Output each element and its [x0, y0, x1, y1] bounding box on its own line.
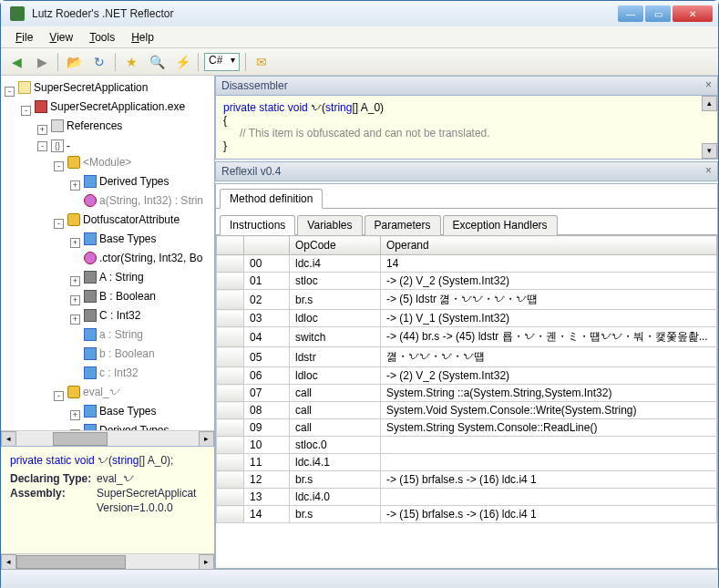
cell-index[interactable]: 08	[244, 402, 290, 419]
mail-button[interactable]: ✉	[252, 52, 272, 72]
cell-index[interactable]: 12	[244, 471, 290, 489]
close-button[interactable]: ✕	[673, 5, 713, 22]
cell-opcode[interactable]: switch	[290, 327, 381, 347]
cell-index[interactable]: 07	[244, 385, 290, 402]
cell-opcode[interactable]: ldc.i4.0	[290, 489, 381, 506]
cell-index[interactable]: 03	[244, 310, 290, 327]
cell-opcode[interactable]: stloc.0	[290, 437, 381, 454]
search-button[interactable]: 🔍	[147, 52, 167, 72]
table-row[interactable]: 07callSystem.String ::a(System.String,Sy…	[217, 385, 717, 402]
row-header-cell[interactable]	[217, 437, 244, 454]
cell-opcode[interactable]: ldc.i4.1	[290, 454, 381, 471]
lightning-button[interactable]: ⚡	[172, 52, 192, 72]
instruction-grid[interactable]: OpCode Operand 00ldc.i41401stloc-> (2) V…	[216, 235, 717, 568]
table-row[interactable]: 13ldc.i4.0	[217, 489, 717, 506]
tree-field-b[interactable]: b : Boolean	[82, 346, 157, 362]
cell-index[interactable]: 09	[244, 419, 290, 437]
tree-prop-b[interactable]: B : Boolean	[82, 288, 158, 304]
cell-index[interactable]: 02	[244, 290, 290, 310]
scroll-thumb[interactable]	[53, 432, 108, 446]
cell-operand[interactable]: -> (5) ldstr 껾・ᜀᜀ・ᜀ・ᜀ떕	[381, 290, 717, 310]
titlebar[interactable]: Lutz Roeder's .NET Reflector — ▭ ✕	[1, 1, 718, 26]
tab-variables[interactable]: Variables	[297, 215, 362, 235]
forward-button[interactable]: ▶	[32, 52, 52, 72]
cell-operand[interactable]	[381, 489, 717, 506]
cell-opcode[interactable]: br.s	[290, 506, 381, 523]
table-row[interactable]: 09callSystem.String System.Console::Read…	[217, 419, 717, 437]
cell-opcode[interactable]: call	[290, 402, 381, 419]
tree-derived-types[interactable]: Derived Types	[82, 173, 170, 190]
cell-operand[interactable]: -> (44) br.s -> (45) ldstr 룝・ᜀ・궨・ミ・떕ᜀᜀ・붜…	[381, 327, 717, 347]
tree-derived-types-2[interactable]: Derived Types	[82, 422, 170, 430]
tree-field-a[interactable]: a : String	[82, 326, 145, 343]
row-header-cell[interactable]	[217, 489, 244, 506]
tab-exception-handlers[interactable]: Exception Handlers	[443, 215, 558, 235]
cell-opcode[interactable]: ldstr	[290, 347, 381, 367]
table-row[interactable]: 12br.s-> (15) brfalse.s -> (16) ldc.i4 1	[217, 471, 717, 489]
tree-dotfuscator[interactable]: DotfuscatorAttribute	[66, 211, 181, 228]
favorites-button[interactable]: ★	[121, 52, 141, 72]
close-icon[interactable]: ×	[705, 164, 712, 177]
tree-prop-a[interactable]: A : String	[82, 269, 146, 285]
row-header-cell[interactable]	[217, 419, 244, 437]
row-header-cell[interactable]	[217, 506, 244, 523]
cell-index[interactable]: 05	[244, 347, 290, 367]
cell-opcode[interactable]: call	[290, 385, 381, 402]
table-row[interactable]: 10stloc.0	[217, 437, 717, 454]
row-header-cell[interactable]	[217, 367, 244, 385]
table-row[interactable]: 00ldc.i414	[217, 255, 717, 273]
language-combo[interactable]: C#	[204, 53, 240, 71]
cell-index[interactable]: 13	[244, 489, 290, 506]
tab-instructions[interactable]: Instructions	[220, 215, 295, 235]
cell-operand[interactable]: 껾・ᜀᜀ・ᜀ・ᜀ떕	[381, 347, 717, 367]
tree-field-c[interactable]: c : Int32	[82, 365, 140, 381]
table-row[interactable]: 04switch-> (44) br.s -> (45) ldstr 룝・ᜀ・궨…	[217, 327, 717, 347]
scroll-down-icon[interactable]: ▾	[702, 143, 717, 159]
maximize-button[interactable]: ▭	[645, 5, 671, 22]
tab-method-definition[interactable]: Method definition	[220, 189, 323, 209]
cell-index[interactable]: 06	[244, 367, 290, 385]
menu-help[interactable]: Help	[124, 29, 161, 46]
tree-root[interactable]: SuperSecretApplication	[16, 79, 149, 96]
row-header-cell[interactable]	[217, 273, 244, 290]
cell-index[interactable]: 01	[244, 273, 290, 290]
cell-operand[interactable]: -> (2) V_2 (System.Int32)	[381, 367, 717, 385]
row-header-cell[interactable]	[217, 327, 244, 347]
menu-tools[interactable]: Tools	[82, 29, 122, 46]
row-header-cell[interactable]	[217, 310, 244, 327]
cell-opcode[interactable]: ldloc	[290, 310, 381, 327]
back-button[interactable]: ◀	[6, 52, 26, 72]
tab-parameters[interactable]: Parameters	[365, 215, 441, 235]
col-operand[interactable]: Operand	[381, 236, 717, 255]
cell-operand[interactable]: System.String ::a(System.String,System.I…	[381, 385, 717, 402]
cell-index[interactable]: 00	[244, 255, 290, 273]
close-icon[interactable]: ×	[705, 78, 712, 91]
cell-operand[interactable]: -> (1) V_1 (System.Int32)	[381, 310, 717, 327]
cell-operand[interactable]	[381, 454, 717, 471]
tree-module[interactable]: <Module>	[66, 154, 133, 170]
row-header-cell[interactable]	[217, 347, 244, 367]
tree-references[interactable]: References	[49, 118, 124, 134]
cell-opcode[interactable]: ldloc	[290, 367, 381, 385]
cell-index[interactable]: 04	[244, 327, 290, 347]
table-row[interactable]: 06ldloc-> (2) V_2 (System.Int32)	[217, 367, 717, 385]
expand-toggle[interactable]: -	[5, 87, 15, 97]
scroll-right-icon[interactable]: ▸	[199, 431, 214, 447]
tree-ctor-str[interactable]: .ctor(String, Int32, Bo	[82, 250, 204, 266]
refresh-button[interactable]: ↻	[89, 52, 109, 72]
cell-opcode[interactable]: stloc	[290, 273, 381, 290]
col-index[interactable]	[244, 236, 290, 255]
cell-operand[interactable]: -> (2) V_2 (System.Int32)	[381, 273, 717, 290]
cell-index[interactable]: 11	[244, 454, 290, 471]
cell-opcode[interactable]: ldc.i4	[290, 255, 381, 273]
minimize-button[interactable]: —	[618, 5, 643, 22]
tree-view[interactable]: -SuperSecretApplication -SuperSecretAppl…	[1, 76, 214, 430]
tree-prop-c[interactable]: C : Int32	[82, 307, 142, 324]
col-opcode[interactable]: OpCode	[290, 236, 381, 255]
row-header-cell[interactable]	[217, 255, 244, 273]
table-row[interactable]: 11ldc.i4.1	[217, 454, 717, 471]
menu-view[interactable]: View	[42, 29, 80, 46]
open-button[interactable]: 📂	[64, 52, 84, 72]
table-row[interactable]: 05ldstr껾・ᜀᜀ・ᜀ・ᜀ떕	[217, 347, 717, 367]
cell-opcode[interactable]: call	[290, 419, 381, 437]
